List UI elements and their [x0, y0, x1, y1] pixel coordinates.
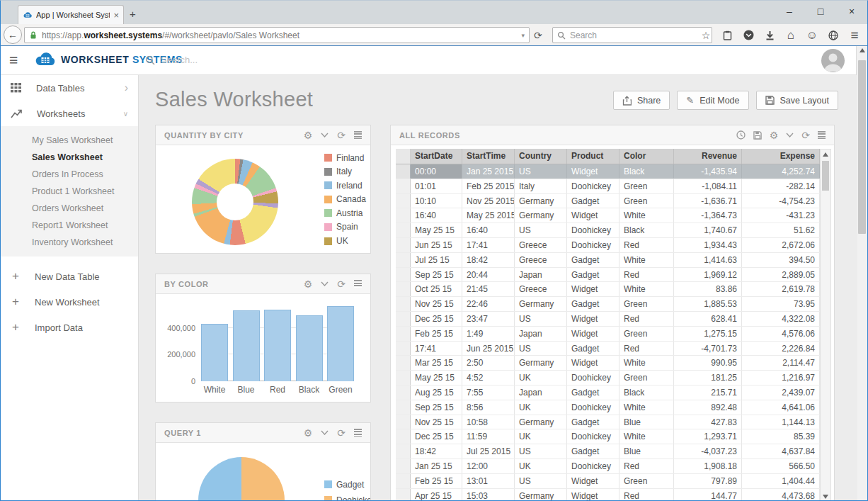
column-header-starttime[interactable]: StartTime [462, 149, 515, 164]
refresh-icon[interactable]: ⟳ [337, 279, 346, 289]
table-cell[interactable]: 1:49 [462, 327, 515, 341]
table-cell[interactable]: Gadget [567, 415, 619, 429]
table-cell[interactable]: Green [619, 327, 674, 341]
chevron-down-icon[interactable] [321, 430, 329, 435]
table-row[interactable]: Apr 25 1515:03GermanyWidgetRed144.774,47… [396, 489, 820, 501]
legend-item[interactable]: Canada [324, 195, 366, 204]
legend-item[interactable]: Spain [324, 223, 366, 232]
column-header-expense[interactable]: Expense [742, 149, 820, 164]
table-cell[interactable]: UK [515, 429, 567, 444]
table-cell[interactable]: Gadget [567, 385, 619, 400]
table-cell[interactable]: 2,619.78 [742, 282, 820, 296]
table-cell[interactable]: Doohickey [567, 371, 619, 385]
table-row[interactable]: Sep 25 1520:44JapanGadgetRed1,969.122,88… [396, 268, 820, 283]
table-cell[interactable]: 7:55 [462, 385, 515, 400]
sidebar-worksheet-orders-in-process[interactable]: Orders In Process [1, 166, 138, 183]
table-cell[interactable]: Jul 25 2015 [462, 444, 515, 458]
table-cell[interactable]: Green [619, 371, 674, 385]
share-button[interactable]: Share [613, 91, 670, 110]
table-cell[interactable]: Red [619, 489, 674, 501]
feedback-smiley-icon[interactable]: ☺ [806, 30, 818, 41]
table-cell[interactable]: 12:00 [462, 459, 515, 473]
table-cell[interactable]: Feb 25 2015 [462, 179, 515, 193]
legend-item[interactable]: Ireland [324, 181, 366, 190]
table-row[interactable]: May 25 154:52UKDoohickeyGreen181.251,216… [396, 371, 820, 385]
save-icon[interactable] [753, 131, 762, 140]
row-gutter[interactable] [396, 400, 411, 415]
table-cell[interactable]: Japan [515, 268, 567, 282]
legend-item[interactable]: UK [324, 237, 366, 246]
table-cell[interactable]: 892.48 [674, 400, 742, 415]
table-cell[interactable]: 4,637.84 [742, 444, 820, 458]
row-gutter[interactable] [396, 444, 411, 458]
close-button[interactable]: × [846, 6, 857, 17]
table-cell[interactable]: White [619, 356, 674, 370]
table-row[interactable]: Jul 25 1518:42GreeceGadgetWhite1,414.633… [396, 253, 820, 268]
table-cell[interactable]: May 25 2015 [462, 208, 515, 223]
row-gutter[interactable] [396, 429, 411, 444]
table-cell[interactable]: 1,216.97 [742, 371, 820, 385]
table-cell[interactable]: Sep 25 15 [411, 268, 462, 282]
table-cell[interactable]: Black [619, 164, 674, 179]
row-gutter[interactable] [396, 282, 411, 296]
table-cell[interactable]: 1,885.53 [674, 297, 742, 311]
table-cell[interactable]: 1,144.13 [742, 415, 820, 429]
app-hamburger-icon[interactable]: ≡ [9, 52, 18, 69]
table-cell[interactable]: White [619, 282, 674, 296]
table-row[interactable]: 16:40May 25 2015GermanyWidgetWhite-1,364… [396, 208, 820, 223]
table-cell[interactable]: UK [515, 400, 567, 415]
table-view-icon[interactable] [354, 131, 362, 139]
table-cell[interactable]: 01:01 [411, 179, 462, 193]
table-cell[interactable]: Germany [515, 208, 567, 223]
table-row[interactable]: Feb 25 1513:01USWidgetGreen797.891,404.4… [396, 474, 820, 489]
bar[interactable] [201, 324, 228, 381]
table-row[interactable]: Aug 25 157:55JapanGadgetBlack215.712,439… [396, 385, 820, 400]
column-header-color[interactable]: Color [619, 149, 674, 164]
column-header-product[interactable]: Product [567, 149, 619, 164]
table-cell[interactable]: Doohickey [567, 429, 619, 444]
table-cell[interactable]: Greece [515, 238, 567, 252]
home-icon[interactable]: ⌂ [785, 30, 796, 41]
table-cell[interactable]: Feb 25 15 [411, 474, 462, 488]
table-cell[interactable]: 16:40 [462, 223, 515, 237]
refresh-icon[interactable]: ⟳ [801, 130, 810, 140]
table-row[interactable]: 18:42Jul 25 2015USGadgetBlue-4,037.234,6… [396, 444, 820, 459]
chevron-down-icon[interactable] [321, 281, 329, 286]
row-gutter[interactable] [396, 356, 411, 370]
column-header-country[interactable]: Country [515, 149, 567, 164]
table-cell[interactable]: 2,672.06 [742, 238, 820, 252]
table-cell[interactable]: Doohickey [567, 223, 619, 237]
records-scroll-up-arrow[interactable] [823, 152, 828, 157]
legend-item[interactable]: Doohickey [324, 495, 371, 501]
table-cell[interactable]: 2,226.84 [742, 342, 820, 356]
edit-mode-button[interactable]: ✎ Edit Mode [677, 91, 748, 110]
table-cell[interactable]: Italy [515, 179, 567, 193]
table-cell[interactable]: 427.83 [674, 415, 742, 429]
donut-chart[interactable] [192, 159, 278, 245]
table-cell[interactable]: US [515, 444, 567, 458]
browser-menu-icon[interactable]: ≡ [849, 30, 860, 41]
table-cell[interactable]: Gadget [567, 253, 619, 267]
legend-item[interactable]: Italy [324, 167, 366, 176]
table-cell[interactable]: Mar 25 15 [411, 356, 462, 370]
gear-icon[interactable]: ⚙ [304, 428, 313, 438]
table-view-icon[interactable] [818, 131, 826, 139]
table-row[interactable]: Sep 25 158:56UKDoohickeyWhite892.484,641… [396, 400, 820, 415]
table-cell[interactable]: Jun 25 2015 [462, 342, 515, 356]
table-cell[interactable]: -4,037.23 [674, 444, 742, 458]
table-cell[interactable]: Doohickey [567, 179, 619, 193]
table-cell[interactable]: 990.95 [674, 356, 742, 370]
row-gutter[interactable] [396, 268, 411, 282]
table-cell[interactable]: Sep 25 15 [411, 400, 462, 415]
sidebar-item-data-tables[interactable]: Data Tables › [1, 75, 138, 101]
sidebar-action-new-worksheet[interactable]: +New Worksheet [1, 289, 138, 315]
row-gutter[interactable] [396, 194, 411, 208]
table-view-icon[interactable] [354, 429, 362, 437]
table-cell[interactable]: Nov 25 15 [411, 297, 462, 311]
sidebar-worksheet-report1-worksheet[interactable]: Report1 Worksheet [1, 217, 138, 234]
table-cell[interactable]: Gadget [567, 297, 619, 311]
column-header-revenue[interactable]: Revenue [674, 149, 742, 164]
table-cell[interactable]: 144.77 [674, 489, 742, 501]
row-gutter[interactable] [396, 415, 411, 429]
table-cell[interactable]: 85.39 [742, 429, 820, 444]
